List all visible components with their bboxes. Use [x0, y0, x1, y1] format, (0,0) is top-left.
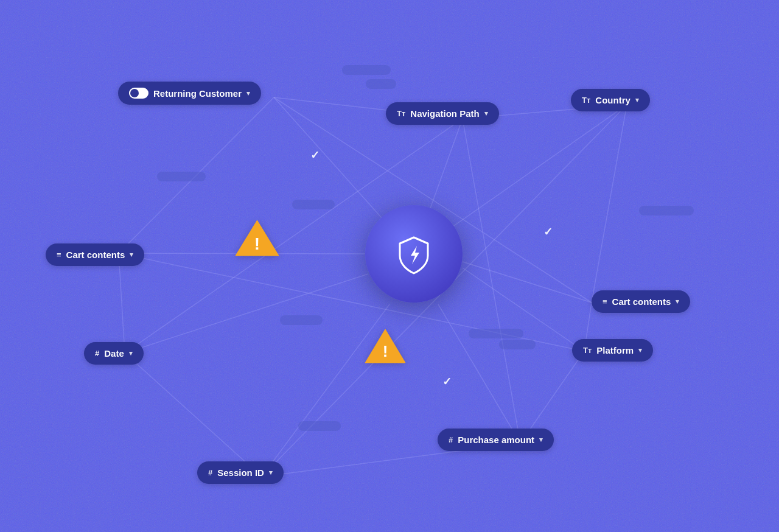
chevron-icon: ▾	[635, 96, 639, 104]
chevron-icon: ▾	[269, 469, 273, 477]
chevron-icon: ▾	[638, 346, 642, 354]
svg-text:!: !	[383, 342, 388, 360]
platform-node[interactable]: Tт Platform ▾	[572, 339, 653, 362]
decorative-pill-7	[469, 329, 523, 338]
toggle-icon	[129, 88, 148, 99]
navigation-path-label: Navigation Path	[410, 108, 479, 119]
decorative-pill-6	[298, 421, 341, 431]
decorative-pill-8	[499, 340, 536, 349]
list-type-icon: ≡	[603, 297, 607, 306]
list-type-icon: ≡	[57, 250, 61, 259]
text-type-icon: Tт	[583, 346, 592, 355]
chevron-icon: ▾	[676, 298, 679, 306]
chevron-icon: ▾	[130, 251, 133, 259]
date-label: Date	[104, 348, 124, 359]
warning-icon-2: !	[364, 327, 407, 364]
navigation-path-node[interactable]: Tт Navigation Path ▾	[386, 102, 499, 125]
purchase-amount-node[interactable]: # Purchase amount ▾	[438, 429, 554, 451]
text-type-icon: Tт	[582, 96, 590, 105]
chevron-icon: ▾	[129, 349, 133, 357]
decorative-pill-5	[280, 315, 323, 325]
number-type-icon: #	[208, 468, 212, 477]
decorative-pill-3	[157, 172, 206, 181]
number-type-icon: #	[95, 349, 99, 358]
chevron-icon: ▾	[539, 436, 543, 444]
warning-icon-1: !	[234, 218, 280, 257]
decorative-pill-1	[342, 65, 391, 75]
number-type-icon: #	[449, 435, 453, 444]
cart-contents-left-node[interactable]: ≡ Cart contents ▾	[46, 243, 144, 266]
chevron-icon: ▾	[484, 110, 488, 117]
cart-contents-right-node[interactable]: ≡ Cart contents ▾	[592, 290, 690, 313]
decorative-pill-9	[639, 206, 694, 215]
checkmark-1: ✓	[310, 149, 320, 162]
returning-customer-label: Returning Customer	[153, 88, 242, 99]
session-id-label: Session ID	[217, 467, 264, 478]
decorative-pill-2	[366, 79, 396, 89]
decorative-pill-4	[292, 200, 335, 209]
date-node[interactable]: # Date ▾	[84, 342, 144, 365]
text-type-icon: Tт	[397, 109, 405, 118]
country-node[interactable]: Tт Country ▾	[571, 89, 650, 111]
chevron-icon: ▾	[246, 89, 250, 97]
center-node[interactable]	[365, 205, 463, 303]
checkmark-2: ✓	[543, 225, 553, 239]
platform-label: Platform	[596, 345, 634, 355]
cart-contents-left-label: Cart contents	[66, 250, 125, 260]
session-id-node[interactable]: # Session ID ▾	[197, 461, 284, 484]
country-label: Country	[595, 95, 631, 105]
svg-text:!: !	[254, 234, 260, 253]
cart-contents-right-label: Cart contents	[612, 296, 671, 307]
returning-customer-node[interactable]: Returning Customer ▾	[118, 82, 261, 105]
purchase-amount-label: Purchase amount	[458, 435, 534, 445]
shield-icon	[393, 233, 435, 275]
checkmark-3: ✓	[442, 375, 452, 388]
